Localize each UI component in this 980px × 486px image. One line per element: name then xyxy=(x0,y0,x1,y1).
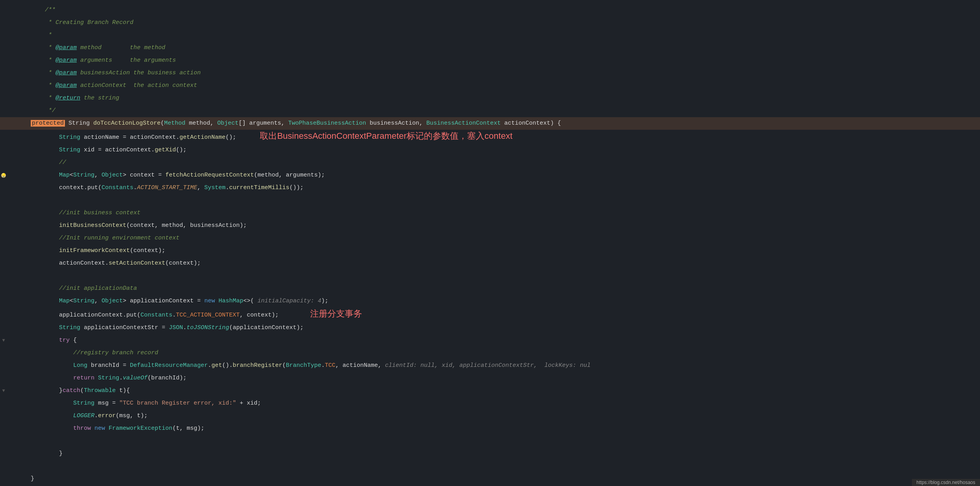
line-content-10: protected String doTccActionLogStore(Met… xyxy=(7,118,980,129)
code-text: } xyxy=(31,387,63,394)
method-italic2: valueOf xyxy=(123,375,148,381)
code-line-6: * @param businessAction the business act… xyxy=(0,67,980,79)
method-call: getXid xyxy=(155,147,176,153)
code-line-5: * @param arguments the arguments xyxy=(0,54,980,67)
line-content-8: * @return the string xyxy=(7,92,980,104)
constant: ACTION_START_TIME xyxy=(137,184,197,191)
code-text xyxy=(31,425,73,432)
type-name: String xyxy=(31,324,80,331)
code-text: actionName = actionContext. xyxy=(80,134,179,141)
code-text: { xyxy=(70,337,77,344)
code-line-29: Long branchId = DefaultResourceManager.g… xyxy=(0,359,980,372)
code-line-4: * @param method the method xyxy=(0,42,980,54)
line-content-21: actionContext.setActionContext(context); xyxy=(7,258,980,269)
code-text: (); xyxy=(176,147,187,153)
line-content-22 xyxy=(7,270,980,282)
code-text: } xyxy=(31,475,34,482)
code-text: [] arguments, xyxy=(239,120,288,127)
line-content-36: } xyxy=(7,448,980,460)
type-name: Constants xyxy=(141,312,172,318)
code-editor: /** * Creating Branch Record * * @param … xyxy=(0,0,980,486)
keyword-return: return xyxy=(73,375,94,381)
code-text: applicationContextStr = xyxy=(80,324,169,331)
bulb-icon: 💡 xyxy=(1,173,6,178)
code-text: . xyxy=(208,362,211,369)
method-call: initBusinessContext xyxy=(59,222,126,229)
code-line-8: * @return the string xyxy=(0,92,980,105)
code-text: msg = xyxy=(94,400,119,407)
comment-span: // xyxy=(31,159,66,166)
method-call: getActionName xyxy=(179,134,226,141)
type-name: String xyxy=(31,400,94,407)
code-line-14: 💡 Map<String, Object> context = fetchAct… xyxy=(0,169,980,182)
type-name: System xyxy=(204,184,226,191)
type-name: TwoPhaseBusinessAction xyxy=(288,120,366,127)
line-content-37 xyxy=(7,460,980,472)
code-line-20: initFrameworkContext(context); xyxy=(0,245,980,257)
code-line-34: throw new FrameworkException(t, msg); xyxy=(0,422,980,435)
comment-span2: businessAction the business action xyxy=(77,70,201,76)
code-text: (method, arguments); xyxy=(254,172,325,179)
fold-icon-catch[interactable]: ▼ xyxy=(2,388,5,394)
line-content-26: String applicationContextStr = JSON.toJS… xyxy=(7,322,980,334)
code-text: t){ xyxy=(116,387,130,394)
line-content-17: //init business context xyxy=(7,207,980,219)
line-content-14: Map<String, Object> context = fetchActio… xyxy=(7,169,980,181)
code-text: businessAction, xyxy=(366,120,426,127)
param-link: @param xyxy=(55,57,77,64)
code-text: < xyxy=(70,298,73,304)
hint-text: initialCapacity: 4 xyxy=(254,298,321,304)
keyword-try: try xyxy=(31,337,70,344)
comment-span: * xyxy=(31,32,52,39)
code-text: (msg, t); xyxy=(116,412,148,419)
code-line-27: ▼ try { xyxy=(0,334,980,347)
method-call: error xyxy=(98,412,116,419)
type-name: String xyxy=(73,172,94,179)
code-text: (context); xyxy=(165,260,201,267)
keyword-new: new xyxy=(204,298,215,304)
line-content-34: throw new FrameworkException(t, msg); xyxy=(7,423,980,434)
comment-span2: actionContext the action context xyxy=(77,82,197,89)
code-line-2: * Creating Branch Record xyxy=(0,17,980,29)
code-text: <>( xyxy=(243,298,254,304)
code-line-28: //registry branch record xyxy=(0,347,980,359)
code-text: > applicationContext = xyxy=(123,298,204,304)
code-text: . xyxy=(133,184,137,191)
param-link: @param xyxy=(55,44,77,51)
code-line-17: //init business context xyxy=(0,207,980,219)
code-line-10: protected String doTccActionLogStore(Met… xyxy=(0,117,980,130)
code-text: . xyxy=(226,184,229,191)
param-link: @param xyxy=(55,82,77,89)
code-text: ( xyxy=(282,362,286,369)
code-text: (). xyxy=(222,362,233,369)
comment-span: * xyxy=(31,95,55,101)
code-line-31: ▼ }catch(Throwable t){ xyxy=(0,385,980,397)
code-line-37 xyxy=(0,460,980,473)
type-name: BusinessActionContext xyxy=(426,120,501,127)
code-text: String xyxy=(65,120,93,127)
line-content-27: try { xyxy=(7,335,980,346)
method-call: get xyxy=(211,362,222,369)
comment-span: //Init running environment context xyxy=(31,235,179,241)
margin-27: ▼ xyxy=(0,338,7,343)
comment-span: * Creating Branch Record xyxy=(31,19,133,26)
code-line-18: initBusinessContext(context, method, bus… xyxy=(0,219,980,232)
code-line-1: /** xyxy=(0,4,980,17)
code-text: (branchId); xyxy=(148,375,187,381)
code-text xyxy=(215,298,218,304)
code-text: ( xyxy=(161,120,164,127)
fold-icon-try[interactable]: ▼ xyxy=(2,338,5,343)
type-name: JSON xyxy=(169,324,183,331)
type-name: Object xyxy=(102,298,123,304)
line-content-2: * Creating Branch Record xyxy=(7,17,980,29)
code-text: , actionName, xyxy=(335,362,385,369)
comment-span: */ xyxy=(31,107,55,114)
hint-text2: clientId: null, xid, applicationContextS… xyxy=(385,362,537,369)
margin-14: 💡 xyxy=(0,173,7,178)
type-name: String xyxy=(73,298,94,304)
line-content-33: LOGGER.error(msg, t); xyxy=(7,410,980,422)
code-text: . xyxy=(321,362,325,369)
code-line-15: context.put(Constants.ACTION_START_TIME,… xyxy=(0,182,980,194)
code-text xyxy=(31,298,59,304)
code-line-38: } xyxy=(0,473,980,485)
